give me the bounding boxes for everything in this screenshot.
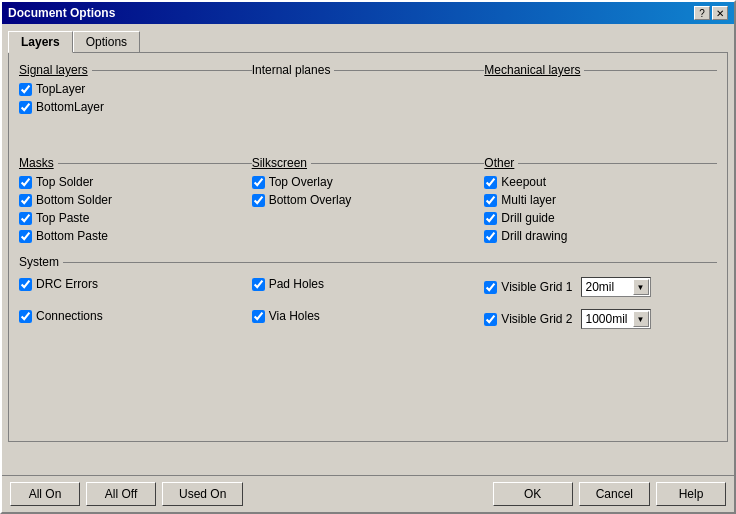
visible-grid-2-label: Visible Grid 2 [501, 312, 572, 326]
top-overlay-label: Top Overlay [269, 175, 333, 189]
top-overlay-checkbox[interactable] [252, 176, 265, 189]
spacer-1 [19, 126, 717, 156]
bottom-solder-item: Bottom Solder [19, 193, 252, 207]
top-paste-checkbox[interactable] [19, 212, 32, 225]
signal-layers-header: Signal layers [19, 63, 252, 77]
bottom-overlay-item: Bottom Overlay [252, 193, 485, 207]
mechanical-layers-header: Mechanical layers [484, 63, 717, 77]
dialog-window: Document Options ? ✕ Layers Options Sign… [0, 0, 736, 514]
visible-grid-1-label: Visible Grid 1 [501, 280, 572, 294]
drillguide-checkbox[interactable] [484, 212, 497, 225]
visible-grid-2-arrow[interactable]: ▼ [633, 311, 649, 327]
via-holes-item: Via Holes [252, 309, 485, 323]
drc-errors-label: DRC Errors [36, 277, 98, 291]
tabs-container: Layers Options [8, 30, 728, 52]
bottom-solder-label: Bottom Solder [36, 193, 112, 207]
keepout-item: Keepout [484, 175, 717, 189]
window-title: Document Options [8, 6, 115, 20]
drilldrawing-checkbox[interactable] [484, 230, 497, 243]
title-bar: Document Options ? ✕ [2, 2, 734, 24]
silkscreen-section: Silkscreen Top Overlay Bottom Overlay [252, 156, 485, 247]
all-off-button[interactable]: All Off [86, 482, 156, 506]
other-header: Other [484, 156, 717, 170]
bottom-paste-item: Bottom Paste [19, 229, 252, 243]
tab-content-layers: Signal layers TopLayer BottomLayer Inter… [8, 52, 728, 442]
via-holes-label: Via Holes [269, 309, 320, 323]
bottomlayer-checkbox[interactable] [19, 101, 32, 114]
system-left-col: DRC Errors Connections [19, 277, 252, 333]
tab-layers[interactable]: Layers [8, 31, 73, 53]
via-holes-checkbox[interactable] [252, 310, 265, 323]
close-title-button[interactable]: ✕ [712, 6, 728, 20]
masks-section: Masks Top Solder Bottom Solder Top Paste [19, 156, 252, 247]
system-left-spacer [19, 295, 252, 309]
bottom-overlay-label: Bottom Overlay [269, 193, 352, 207]
toplayer-label: TopLayer [36, 82, 85, 96]
bottom-solder-checkbox[interactable] [19, 194, 32, 207]
dialog-content: Layers Options Signal layers TopLayer [2, 24, 734, 448]
drillguide-item: Drill guide [484, 211, 717, 225]
signal-layers-section: Signal layers TopLayer BottomLayer [19, 63, 252, 118]
multilayer-checkbox[interactable] [484, 194, 497, 207]
internal-planes-section: Internal planes [252, 63, 485, 118]
drc-errors-checkbox[interactable] [19, 278, 32, 291]
internal-planes-header: Internal planes [252, 63, 485, 77]
top-paste-label: Top Paste [36, 211, 89, 225]
bottom-overlay-checkbox[interactable] [252, 194, 265, 207]
system-right-spacer [484, 301, 717, 309]
visible-grid-1-item: Visible Grid 1 20mil ▼ [484, 277, 717, 297]
bottom-paste-checkbox[interactable] [19, 230, 32, 243]
top-solder-item: Top Solder [19, 175, 252, 189]
toplayer-checkbox[interactable] [19, 83, 32, 96]
top-overlay-item: Top Overlay [252, 175, 485, 189]
system-right-col: Visible Grid 1 20mil ▼ Visible Grid 2 [484, 277, 717, 333]
ok-button[interactable]: OK [493, 482, 573, 506]
bottomlayer-label: BottomLayer [36, 100, 104, 114]
drc-errors-item: DRC Errors [19, 277, 252, 291]
bottom-paste-label: Bottom Paste [36, 229, 108, 243]
tab-options[interactable]: Options [73, 31, 140, 53]
masks-header: Masks [19, 156, 252, 170]
all-on-button[interactable]: All On [10, 482, 80, 506]
used-on-button[interactable]: Used On [162, 482, 243, 506]
visible-grid-1-checkbox[interactable] [484, 281, 497, 294]
drilldrawing-label: Drill drawing [501, 229, 567, 243]
multilayer-item: Multi layer [484, 193, 717, 207]
system-wrapper: System DRC Errors Connecti [19, 255, 717, 333]
cancel-button[interactable]: Cancel [579, 482, 650, 506]
connections-label: Connections [36, 309, 103, 323]
visible-grid-2-checkbox[interactable] [484, 313, 497, 326]
bottom-button-bar: All On All Off Used On OK Cancel Help [2, 475, 734, 512]
mid-sections: Masks Top Solder Bottom Solder Top Paste [19, 156, 717, 247]
connections-checkbox[interactable] [19, 310, 32, 323]
visible-grid-1-dropdown[interactable]: 20mil ▼ [581, 277, 651, 297]
help-title-button[interactable]: ? [694, 6, 710, 20]
keepout-label: Keepout [501, 175, 546, 189]
top-solder-label: Top Solder [36, 175, 93, 189]
other-section: Other Keepout Multi layer Drill guide [484, 156, 717, 247]
pad-holes-label: Pad Holes [269, 277, 324, 291]
keepout-checkbox[interactable] [484, 176, 497, 189]
pad-holes-item: Pad Holes [252, 277, 485, 291]
system-sections: System DRC Errors Connecti [19, 255, 717, 333]
title-bar-buttons: ? ✕ [694, 6, 728, 20]
system-header: System [19, 255, 717, 269]
system-mid-spacer [252, 295, 485, 309]
mechanical-layers-section: Mechanical layers [484, 63, 717, 118]
top-sections: Signal layers TopLayer BottomLayer Inter… [19, 63, 717, 118]
visible-grid-1-arrow[interactable]: ▼ [633, 279, 649, 295]
bottomlayer-item: BottomLayer [19, 100, 252, 114]
help-button[interactable]: Help [656, 482, 726, 506]
toplayer-item: TopLayer [19, 82, 252, 96]
drillguide-label: Drill guide [501, 211, 554, 225]
visible-grid-2-dropdown[interactable]: 1000mil ▼ [581, 309, 651, 329]
system-rows: DRC Errors Connections [19, 277, 717, 333]
visible-grid-1-value: 20mil [586, 280, 615, 294]
drilldrawing-item: Drill drawing [484, 229, 717, 243]
visible-grid-2-value: 1000mil [586, 312, 628, 326]
multilayer-label: Multi layer [501, 193, 556, 207]
pad-holes-checkbox[interactable] [252, 278, 265, 291]
top-solder-checkbox[interactable] [19, 176, 32, 189]
top-paste-item: Top Paste [19, 211, 252, 225]
silkscreen-header: Silkscreen [252, 156, 485, 170]
